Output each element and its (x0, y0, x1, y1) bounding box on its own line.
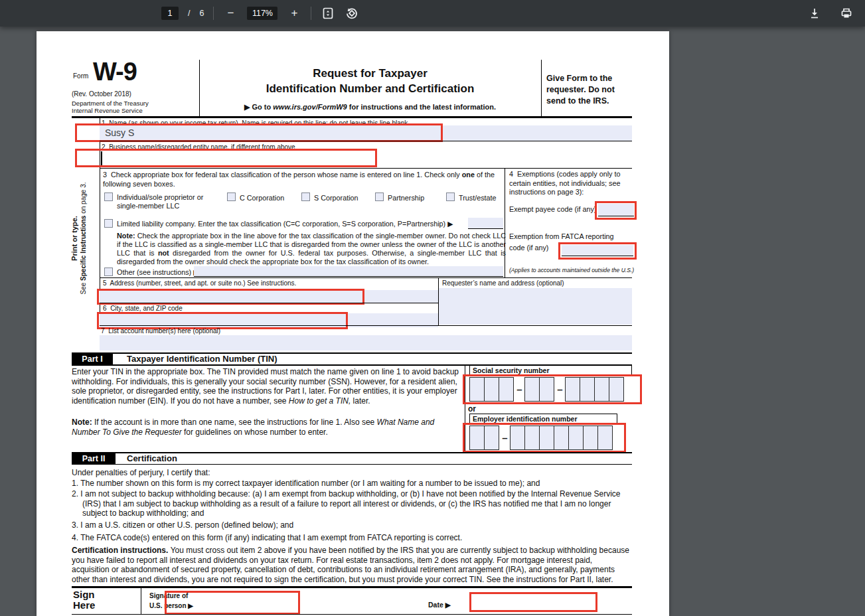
form-agency: Internal Revenue Service (72, 107, 143, 114)
field-highlight (75, 149, 377, 167)
checkbox-s-corporation[interactable] (301, 193, 310, 201)
fatca-label-line2: code (if any) (509, 244, 548, 252)
part2-intro: Under penalties of perjury, I certify th… (72, 468, 210, 477)
toolbar-separator (311, 7, 311, 20)
cert-item-text: I am a U.S. citizen or other U.S. person… (80, 520, 293, 530)
account-numbers-field[interactable] (100, 335, 632, 350)
rule (100, 141, 632, 141)
here-word: Here (73, 600, 133, 611)
line4-label-text: Exemptions (codes apply only to certain … (509, 170, 620, 196)
rule (100, 303, 438, 303)
line7-label: 7 List account number(s) here (optional) (101, 327, 220, 335)
fit-page-icon (321, 7, 335, 20)
zoom-level-display[interactable]: 117% (247, 7, 277, 20)
checkbox-llc[interactable] (104, 219, 113, 228)
checkbox-c-corporation[interactable] (227, 193, 236, 201)
line4-label: 4 Exemptions (codes apply only to certai… (509, 170, 630, 197)
pdf-page: Form W-9 (Rev. October 2018) Department … (37, 31, 669, 616)
line5-label: 5 Address (number, street, and apt. or s… (103, 279, 296, 287)
rule (141, 586, 141, 614)
toolbar-right-group (807, 0, 854, 27)
line5-number: 5 (103, 279, 107, 287)
part1-intro: Enter your TIN in the appropriate box. T… (72, 367, 465, 406)
header-divider (199, 60, 200, 118)
form-dept: Department of the Treasury (72, 100, 149, 107)
form-title-line2: Identification Number and Certification (206, 81, 534, 96)
rule (100, 168, 632, 169)
rule (100, 325, 632, 326)
part2-badge: Part II (72, 453, 116, 464)
line3-label: 3 Check appropriate box for federal tax … (103, 170, 505, 189)
line6-label-text: City, state, and ZIP code (110, 305, 183, 312)
page-number-input[interactable]: 1 (161, 7, 179, 20)
form-title-line1: Request for Taxpayer (206, 66, 534, 81)
checkbox-other[interactable] (104, 268, 113, 276)
give-form-note: Give Form to the requester. Do not send … (546, 73, 630, 107)
cert-instructions: Certification instructions. You must cro… (72, 546, 632, 584)
checkbox-trust-estate[interactable] (446, 193, 455, 201)
field-highlight (469, 592, 597, 612)
form-revision: (Rev. October 2018) (72, 90, 131, 98)
cert-item-number: 2. (72, 489, 78, 499)
field-highlight (165, 591, 300, 615)
checkbox-s-corporation-label: S Corporation (314, 194, 358, 202)
requester-label: Requester’s name and address (optional) (442, 279, 564, 287)
rotate-ccw-icon (345, 7, 358, 20)
llc-classification-field[interactable] (468, 218, 503, 229)
checkbox-individual[interactable] (104, 193, 113, 201)
date-label: Date ▶ (428, 601, 451, 609)
field-highlight (595, 201, 637, 220)
form-goto-line: ▶ Go to www.irs.gov/FormW9 for instructi… (206, 103, 534, 112)
cert-item: 1. The number shown on this form is my c… (72, 479, 632, 489)
field-highlight (463, 423, 626, 453)
page-divider: / (188, 9, 190, 18)
pdf-viewer-toolbar: 1 / 6 − 117% + (0, 0, 865, 27)
field-highlight (463, 374, 642, 404)
cert-item-text: I am not subject to backup withholding b… (80, 489, 620, 518)
line7-number: 7 (101, 327, 105, 335)
form-word: Form (73, 72, 88, 80)
cert-item-text: The number shown on this form is my corr… (80, 479, 540, 488)
rule (72, 586, 632, 588)
download-button[interactable] (807, 6, 822, 21)
field-highlight (558, 242, 637, 260)
exempt-payee-label: Exempt payee code (if any) (509, 205, 596, 213)
checkbox-trust-estate-label: Trust/estate (459, 194, 497, 202)
line6-number: 6 (103, 305, 107, 312)
page-total: 6 (199, 9, 204, 18)
checkbox-partnership-label: Partnership (388, 194, 424, 202)
form-title: Request for Taxpayer Identification Numb… (206, 66, 534, 96)
fit-page-button[interactable] (321, 6, 335, 21)
cert-item: 3. I am a U.S. citizen or other U.S. per… (72, 520, 632, 530)
checkbox-individual-label: Individual/sole proprietor or single-mem… (117, 193, 223, 210)
fatca-label-line1: Exemption from FATCA reporting (509, 232, 614, 240)
zoom-out-button[interactable]: − (223, 6, 238, 21)
rule (72, 116, 632, 118)
field-highlight (75, 123, 443, 142)
line3-label-text: Check appropriate box for federal tax cl… (103, 171, 495, 188)
cert-item-number: 4. (72, 533, 78, 542)
zoom-in-button[interactable]: + (287, 6, 301, 21)
rule (72, 464, 632, 465)
other-field[interactable] (194, 266, 503, 277)
line7-label-text: List account number(s) here (optional) (108, 327, 220, 335)
print-icon (840, 7, 853, 20)
rule (100, 277, 632, 278)
requester-field[interactable] (439, 288, 632, 325)
line3-number: 3 (103, 171, 107, 179)
part1-note: Note: If the account is in more than one… (72, 418, 465, 437)
print-or-type-line2: See Specific Instructions on page 3. (79, 159, 88, 318)
cert-item: 4. The FATCA code(s) entered on this for… (72, 533, 632, 543)
line4-number: 4 (509, 170, 513, 178)
rotate-button[interactable] (345, 6, 359, 21)
print-button[interactable] (839, 6, 854, 21)
checkbox-partnership[interactable] (375, 193, 384, 201)
part1-badge: Part I (72, 353, 113, 364)
part1-title: Taxpayer Identification Number (TIN) (127, 354, 277, 364)
sign-here-label: Sign Here (73, 589, 133, 611)
or-label: or (468, 404, 476, 414)
cert-item-number: 3. (72, 520, 78, 530)
toolbar-separator (213, 7, 214, 20)
header-divider (541, 60, 542, 118)
line6-label: 6 City, state, and ZIP code (103, 305, 183, 312)
